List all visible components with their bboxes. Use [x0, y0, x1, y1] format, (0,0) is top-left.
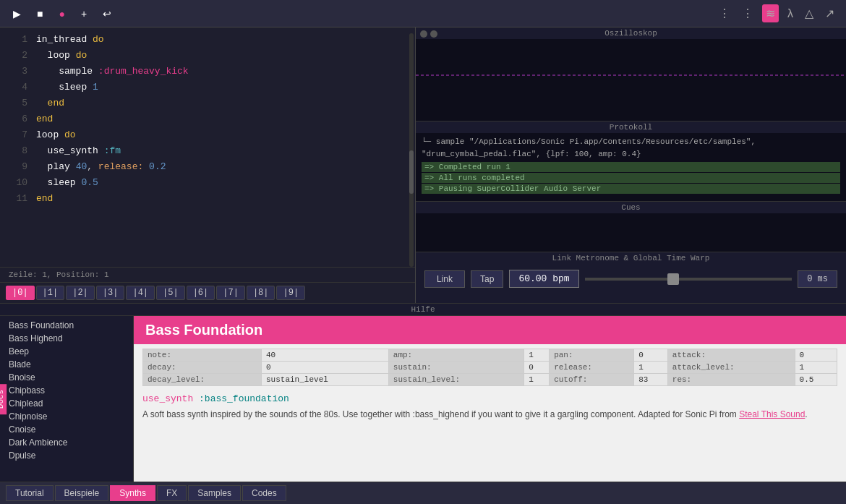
docs-item-cnoise[interactable]: Cnoise	[0, 423, 133, 436]
steal-this-sound-link[interactable]: Steal This Sound	[739, 409, 805, 419]
hilfe-label: Hilfe	[0, 303, 846, 315]
docs-list: Bass Foundation Bass Highend Beep Blade …	[0, 316, 133, 482]
tab-8[interactable]: |8|	[247, 286, 275, 300]
osc-display	[416, 39, 846, 111]
code-editor[interactable]: 1 in_thread do 2 loop do 3 sample :drum_…	[0, 27, 415, 267]
table-row-1: note: 40 amp: 1 pan: 0 attack: 0	[143, 349, 837, 362]
external-icon[interactable]: ↗	[822, 4, 837, 23]
menu-icon-2[interactable]: ⋮	[739, 4, 756, 23]
code-line-2: 2 loop do	[0, 49, 415, 65]
link-panel: Link Metronome & Global Time Warp Link T…	[416, 252, 846, 303]
tap-button[interactable]: Tap	[471, 270, 503, 288]
waveform-icon[interactable]: ≋	[762, 4, 779, 22]
docs-description: A soft bass synth inspired by the sounds…	[134, 407, 846, 422]
bottom-nav: Tutorial Beispiele Synths FX Samples Cod…	[0, 482, 846, 504]
log-all-completed: => All runs completed	[422, 173, 840, 183]
code-line-9: 9 play 40, release: 0.2	[0, 161, 415, 176]
right-panel: Oszilloskop Protokoll └─ sample "/Applic…	[416, 27, 846, 303]
docs-item-chipnoise[interactable]: Chipnoise	[0, 410, 133, 423]
attack-val: 0	[795, 349, 837, 362]
back-button[interactable]: ↩	[98, 5, 116, 22]
code-line-3: 3 sample :drum_heavy_kick	[0, 65, 415, 81]
link-title: Link Metronome & Global Time Warp	[416, 252, 846, 264]
tab-0[interactable]: |0|	[6, 286, 35, 300]
close-dot-2[interactable]	[430, 30, 437, 38]
tab-5[interactable]: |5|	[156, 286, 185, 300]
docs-item-dpulse[interactable]: Dpulse	[0, 449, 133, 462]
decay-key: decay:	[143, 362, 262, 374]
add-button[interactable]: +	[77, 5, 91, 22]
nav-samples[interactable]: Samples	[188, 485, 241, 501]
docs-tab[interactable]: Docs	[0, 383, 7, 414]
nav-codes[interactable]: Codes	[242, 485, 286, 501]
stop-button[interactable]: ■	[33, 5, 47, 22]
docs-sidebar: Docs Bass Foundation Bass Highend Beep B…	[0, 316, 134, 482]
docs-item-dark-ambience[interactable]: Dark Ambience	[0, 436, 133, 449]
main-area: 1 in_thread do 2 loop do 3 sample :drum_…	[0, 27, 846, 303]
attack-level-key: attack_level:	[667, 362, 795, 374]
link-button[interactable]: Link	[424, 270, 465, 288]
docs-item-chiplead[interactable]: Chiplead	[0, 397, 133, 410]
lambda-icon[interactable]: λ	[785, 4, 796, 23]
oscilloscope: Oszilloskop	[416, 27, 846, 121]
code-line-10: 10 sleep 0.5	[0, 176, 415, 192]
docs-item-beep[interactable]: Beep	[0, 345, 133, 358]
decay-level-key: decay_level:	[143, 374, 262, 386]
cues-title: Cues	[416, 202, 846, 213]
tab-4[interactable]: |4|	[126, 286, 155, 300]
menu-icon-1[interactable]: ⋮	[716, 4, 733, 23]
note-key: note:	[143, 349, 262, 362]
code-line-8: 8 use_synth :fm	[0, 145, 415, 161]
sustain-val: 0	[524, 362, 550, 374]
pan-key: pan:	[550, 349, 634, 362]
docs-item-chipbass[interactable]: Chipbass	[0, 384, 133, 397]
close-dot-1[interactable]	[420, 30, 427, 38]
nav-tutorial[interactable]: Tutorial	[6, 485, 54, 501]
tab-2[interactable]: |2|	[66, 286, 95, 300]
tab-1[interactable]: |1|	[36, 286, 65, 300]
nav-synths[interactable]: Synths	[110, 485, 155, 501]
code-scrollbar[interactable]	[409, 33, 414, 267]
bpm-display: 60.00 bpm	[509, 270, 578, 288]
link-slider-thumb[interactable]	[667, 273, 679, 285]
note-val: 40	[262, 349, 389, 362]
nav-fx[interactable]: FX	[157, 485, 187, 501]
code-line-5: 5 end	[0, 97, 415, 113]
delta-icon[interactable]: △	[802, 4, 816, 23]
tab-3[interactable]: |3|	[96, 286, 125, 300]
nav-beispiele[interactable]: Beispiele	[55, 485, 109, 501]
table-row-2: decay: 0 sustain: 0 release: 1 attack_le…	[143, 362, 837, 374]
protocol-title: Protokoll	[416, 121, 846, 133]
tab-7[interactable]: |7|	[216, 286, 245, 300]
log-completed: => Completed run 1	[422, 162, 840, 172]
docs-item-bass-highend[interactable]: Bass Highend	[0, 332, 133, 345]
record-button[interactable]: ●	[54, 5, 69, 22]
release-val: 1	[634, 362, 668, 374]
cutoff-val: 83	[634, 374, 668, 386]
docs-title: Bass Foundation	[134, 316, 846, 344]
decay-level-val: sustain_level	[262, 374, 389, 386]
docs-item-bass-foundation[interactable]: Bass Foundation	[0, 319, 133, 332]
code-line-1: 1 in_thread do	[0, 33, 415, 49]
tab-9[interactable]: |9|	[276, 286, 305, 300]
link-controls: Link Tap 60.00 bpm 0 ms	[416, 264, 846, 294]
link-slider[interactable]	[585, 278, 792, 281]
code-panel: 1 in_thread do 2 loop do 3 sample :drum_…	[0, 27, 416, 303]
log-line-1: └─ sample "/Applications/Sonic Pi.app/Co…	[422, 136, 840, 148]
code-line-11: 11 end	[0, 192, 415, 208]
play-button[interactable]: ▶	[9, 5, 25, 22]
docs-content: Bass Foundation note: 40 amp: 1 pan: 0 a…	[134, 316, 846, 482]
docs-code-line: use_synth :bass_foundation	[134, 390, 846, 407]
toolbar-right: ⋮ ⋮ ≋ λ △ ↗	[716, 4, 837, 23]
pan-val: 0	[634, 349, 668, 362]
code-status: Zeile: 1, Position: 1	[0, 267, 415, 282]
docs-item-blade[interactable]: Blade	[0, 358, 133, 371]
tab-6[interactable]: |6|	[187, 286, 215, 300]
log-line-2: "drum_cymbal_pedal.flac", {lpf: 100, amp…	[422, 148, 840, 161]
attack-level-val: 1	[795, 362, 837, 374]
amp-val: 1	[524, 349, 550, 362]
ms-display: 0 ms	[798, 270, 837, 288]
decay-val: 0	[262, 362, 389, 374]
log-pausing: => Pausing SuperCollider Audio Server	[422, 184, 840, 194]
docs-item-bnoise[interactable]: Bnoise	[0, 371, 133, 384]
